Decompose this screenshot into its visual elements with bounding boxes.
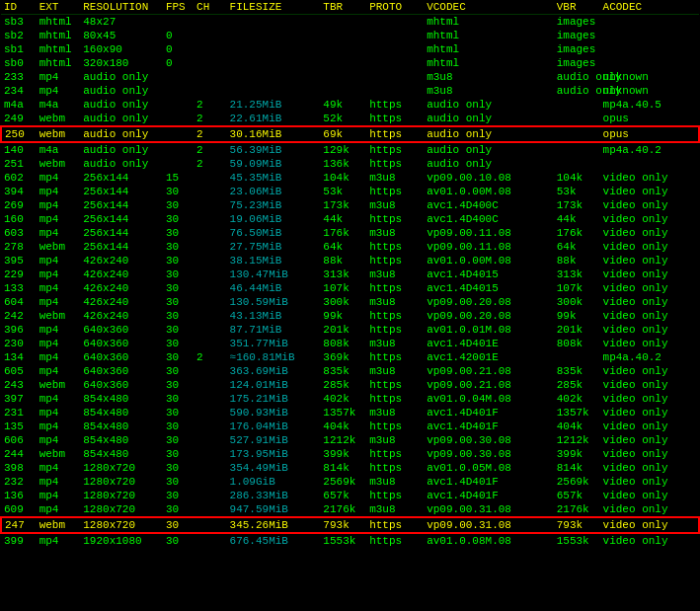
cell: 399k (554, 447, 600, 461)
cell (227, 56, 321, 70)
table-row: 396mp4640x3603087.71MiB201khttpsav01.0.0… (1, 323, 699, 337)
cell (545, 309, 554, 323)
cell: 354.49MiB (227, 461, 321, 475)
cell (218, 502, 227, 517)
cell: audio only (424, 142, 545, 157)
cell: 404k (320, 420, 366, 433)
cell: 75.23MiB (227, 198, 321, 212)
table-row: 134mp4640x360302≈160.81MiB369khttpsavc1.… (1, 350, 699, 364)
cell (366, 42, 424, 56)
cell: 640x360 (80, 378, 163, 392)
cell (545, 29, 554, 42)
cell: 249 (1, 112, 37, 126)
cell (554, 126, 600, 142)
cell: 130.47MiB (227, 267, 321, 281)
cell: opus (600, 126, 699, 142)
cell: avc1.4D401F (424, 475, 545, 489)
cell: https (366, 281, 424, 295)
cell: 256x144 (80, 212, 163, 226)
cell (545, 42, 554, 56)
cell (545, 212, 554, 226)
cell: 30 (163, 226, 194, 240)
cell: video only (600, 447, 699, 461)
cell (218, 447, 227, 461)
cell: 30 (163, 295, 194, 309)
cell: 30 (163, 185, 194, 198)
cell: 640x360 (80, 323, 163, 337)
cell: 88k (554, 254, 600, 267)
cell: 232 (1, 475, 37, 489)
cell: 201k (320, 323, 366, 337)
cell: 1212k (554, 433, 600, 447)
cell (554, 157, 600, 171)
cell: 947.59MiB (227, 502, 321, 517)
cell: 402k (554, 392, 600, 406)
cell (545, 70, 554, 84)
header-row: ID EXT RESOLUTION FPS CH FILESIZE TBR PR… (1, 0, 699, 15)
cell: video only (600, 295, 699, 309)
cell: 176k (320, 226, 366, 240)
col-header-vcodec: VCODEC (424, 0, 545, 15)
cell: 426x240 (80, 254, 163, 267)
table-row: 244webm854x48030173.95MiB399khttpsvp09.0… (1, 447, 699, 461)
cell: video only (600, 392, 699, 406)
cell: images (554, 42, 600, 56)
cell: audio only (80, 70, 163, 84)
cell (194, 364, 218, 378)
cell (194, 212, 218, 226)
cell (227, 29, 321, 42)
cell: 173k (554, 198, 600, 212)
cell: audio only (80, 126, 163, 142)
cell: vp09.00.31.08 (424, 502, 545, 517)
cell: avc1.4D400C (424, 212, 545, 226)
cell: 657k (554, 489, 600, 502)
cell: mp4 (37, 254, 81, 267)
cell: mp4 (37, 533, 81, 548)
table-row: 397mp4854x48030175.21MiB402khttpsav01.0.… (1, 392, 699, 406)
cell: https (366, 142, 424, 157)
col-header-id: ID (1, 0, 37, 15)
cell: 854x480 (80, 392, 163, 406)
cell: 136 (1, 489, 37, 502)
cell (554, 98, 600, 112)
table-row: 135mp4854x48030176.04MiB404khttpsavc1.4D… (1, 420, 699, 433)
cell (545, 198, 554, 212)
cell: 640x360 (80, 364, 163, 378)
cell: mp4 (37, 267, 81, 281)
cell (218, 533, 227, 548)
cell: 251 (1, 157, 37, 171)
cell (194, 447, 218, 461)
cell: mp4 (37, 350, 81, 364)
cell: 1280x720 (80, 461, 163, 475)
cell: audio only (80, 142, 163, 157)
cell (545, 392, 554, 406)
cell (218, 461, 227, 475)
cell: 107k (554, 281, 600, 295)
cell: 53k (554, 185, 600, 198)
cell (600, 29, 699, 42)
cell: mp4 (37, 281, 81, 295)
cell (194, 502, 218, 517)
cell: https (366, 378, 424, 392)
table-row: 230mp4640x36030351.77MiB808km3u8avc1.4D4… (1, 337, 699, 350)
cell: webm (37, 378, 81, 392)
cell: audio only (424, 112, 545, 126)
cell (163, 70, 194, 84)
table-row: sb0mhtml320x1800mhtmlimages (1, 56, 699, 70)
cell: 285k (554, 378, 600, 392)
cell: 395 (1, 254, 37, 267)
cell: audio only (80, 112, 163, 126)
cell: 808k (320, 337, 366, 350)
cell: mhtml (37, 42, 81, 56)
table-row: 605mp4640x36030363.69MiB835km3u8vp09.00.… (1, 364, 699, 378)
cell: 53k (320, 185, 366, 198)
cell (194, 15, 218, 30)
cell: 30 (163, 517, 194, 533)
cell: m3u8 (366, 171, 424, 185)
cell (194, 420, 218, 433)
cell: mp4a.40.2 (600, 350, 699, 364)
cell (163, 112, 194, 126)
cell: video only (600, 502, 699, 517)
cell: 30 (163, 309, 194, 323)
table-row: 160mp4256x1443019.06MiB44khttpsavc1.4D40… (1, 212, 699, 226)
